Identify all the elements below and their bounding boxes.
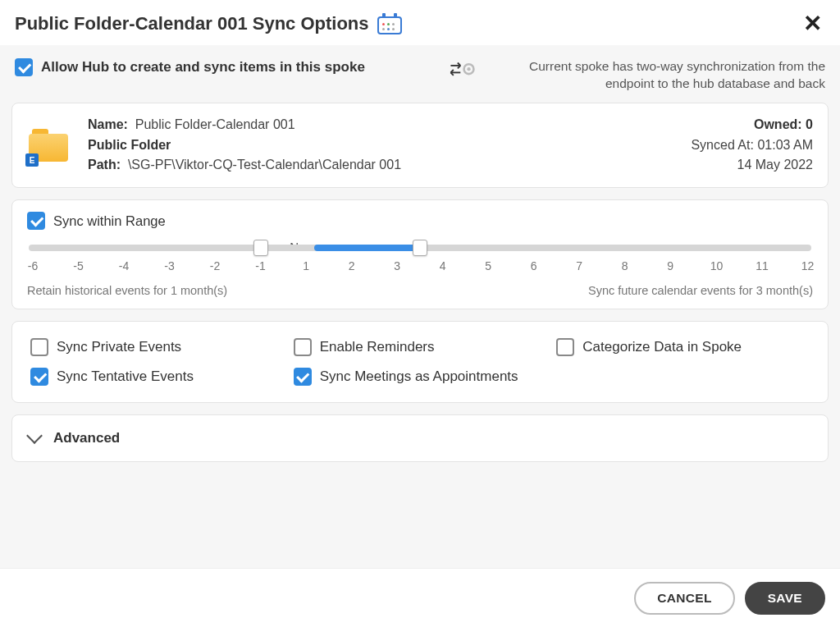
dialog-header: Public Folder-Calendar 001 Sync Options … (0, 0, 840, 47)
sync-mode-description-box: Current spoke has two-way synchronizatio… (448, 58, 825, 93)
enable-reminders-checkbox[interactable] (294, 338, 312, 356)
range-handle-right[interactable] (413, 240, 427, 256)
dialog-body: Allow Hub to create and sync items in th… (0, 45, 840, 568)
public-folder-icon (27, 126, 73, 165)
name-value: Public Folder-Calendar 001 (135, 117, 295, 131)
synced-label: Synced At: (691, 138, 754, 152)
sync-range-slider[interactable]: Now (27, 245, 813, 251)
two-way-sync-icon (448, 60, 476, 80)
sync-future-text: Sync future calendar events for 3 month(… (588, 284, 813, 297)
cancel-button[interactable]: CANCEL (634, 582, 734, 615)
spoke-info-left: Name: Public Folder-Calendar 001 Public … (88, 115, 691, 176)
opt-categorize-data: Categorize Data in Spoke (556, 338, 810, 356)
chevron-down-icon (26, 428, 43, 444)
svg-point-1 (467, 67, 470, 71)
owned-value: 0 (806, 117, 813, 131)
synced-date: 14 May 2022 (737, 158, 813, 172)
range-ticks: -6 -5 -4 -3 -2 -1 1 2 3 4 5 6 7 8 9 10 1… (27, 259, 813, 272)
name-label: Name: (88, 117, 128, 131)
sync-tentative-checkbox[interactable] (30, 368, 48, 386)
synced-value: 01:03 AM (757, 138, 813, 152)
sync-range-card: Sync within Range Now -6 -5 -4 -3 -2 -1 … (11, 199, 829, 309)
spoke-info-right: Owned: 0 Synced At: 01:03 AM 14 May 2022 (691, 115, 813, 176)
path-value: \SG-PF\Viktor-CQ-Test-Calendar\Calendar … (128, 158, 401, 172)
retain-historical-text: Retain historical events for 1 month(s) (27, 284, 227, 297)
advanced-label: Advanced (53, 430, 120, 446)
sync-options-card: Sync Private Events Enable Reminders Cat… (11, 321, 829, 403)
dialog-title: Public Folder-Calendar 001 Sync Options (15, 13, 369, 34)
spoke-info-card: Name: Public Folder-Calendar 001 Public … (11, 103, 829, 188)
sync-options-dialog: Public Folder-Calendar 001 Sync Options … (0, 0, 840, 627)
sync-range-label: Sync within Range (53, 213, 166, 229)
opt-enable-reminders: Enable Reminders (294, 338, 547, 356)
categorize-data-checkbox[interactable] (556, 338, 574, 356)
opt-sync-meetings-appt: Sync Meetings as Appointments (294, 368, 547, 386)
path-label: Path: (88, 158, 121, 172)
allow-hub-checkbox[interactable] (15, 58, 33, 76)
save-button[interactable]: SAVE (745, 582, 825, 615)
allow-hub-row: Allow Hub to create and sync items in th… (15, 58, 365, 76)
opt-sync-private: Sync Private Events (30, 338, 284, 356)
opt-sync-tentative: Sync Tentative Events (30, 368, 284, 386)
range-handle-left[interactable] (253, 240, 268, 256)
allow-hub-label: Allow Hub to create and sync items in th… (41, 59, 365, 76)
calendar-icon (377, 11, 402, 36)
folder-type: Public Folder (88, 138, 171, 152)
owned-label: Owned: (754, 117, 802, 131)
top-controls: Allow Hub to create and sync items in th… (11, 57, 829, 94)
close-icon[interactable]: ✕ (800, 12, 825, 35)
sync-mode-description: Current spoke has two-way synchronizatio… (484, 58, 825, 93)
sync-range-checkbox[interactable] (27, 212, 45, 230)
sync-private-checkbox[interactable] (30, 338, 48, 356)
advanced-section-toggle[interactable]: Advanced (11, 414, 829, 462)
dialog-footer: CANCEL SAVE (0, 568, 840, 627)
range-fill (314, 245, 420, 251)
sync-meetings-appt-checkbox[interactable] (294, 368, 312, 386)
